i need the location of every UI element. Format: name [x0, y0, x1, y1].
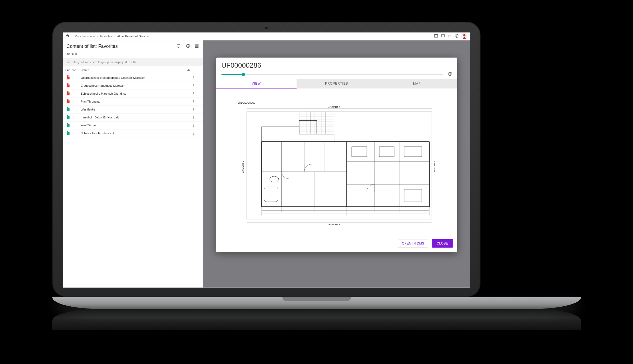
- svg-text:ANSICHT 2: ANSICHT 2: [328, 223, 340, 226]
- pdf-file-icon: [66, 91, 81, 96]
- row-actions-menu[interactable]: ⋮: [187, 123, 200, 127]
- layout-single-icon[interactable]: [441, 34, 445, 39]
- crumb-favorites[interactable]: Favorites: [100, 35, 112, 38]
- modal-title: UF00000286: [216, 57, 457, 71]
- group-drop-zone[interactable]: Drag columns here to group the displayed…: [63, 58, 203, 66]
- svg-text:ANSICHT 2: ANSICHT 2: [328, 106, 340, 108]
- document-file-icon: [66, 107, 81, 112]
- preview-modal: UF00000286 VIEW PROPERTIES MAP: [216, 57, 457, 252]
- svg-text:ANSICHT 3: ANSICHT 3: [433, 161, 436, 173]
- breadcrumb: ‹ Personal space › Favorites › Alpin Thu…: [66, 34, 431, 39]
- table-row[interactable]: Schloss Tirol Frontansicht⋮: [63, 129, 203, 137]
- col-actions[interactable]: Ac...: [187, 68, 200, 71]
- svg-rect-43: [264, 187, 278, 202]
- table-row[interactable]: Plan Thronsaal⋮: [63, 98, 203, 105]
- svg-rect-4: [195, 44, 198, 47]
- row-subject: Innenhof - Dekor für Hochzeit: [81, 116, 187, 119]
- svg-rect-3: [456, 35, 457, 35]
- svg-rect-2: [456, 35, 457, 37]
- version-slider[interactable]: [221, 74, 443, 75]
- list-panel: Content of list: Favorites Items: 8 Drag…: [63, 40, 203, 287]
- col-subject[interactable]: Betreff: [81, 68, 187, 71]
- svg-rect-8: [247, 112, 432, 219]
- row-actions-menu[interactable]: ⋮: [187, 99, 200, 104]
- row-subject: Erdgeschoss Haupthaus Maretsch: [81, 84, 187, 87]
- drawing-preview: ERDGESCHOSS ANSICHT 2 ANSICHT 2 ANSICHT …: [216, 88, 457, 236]
- items-count: Items: 8: [63, 51, 203, 58]
- row-actions-menu[interactable]: ⋮: [187, 131, 200, 135]
- table-row[interactable]: Obergeschoss Nebengebäude Gesindel Maret…: [63, 74, 203, 82]
- open-in-dms-button[interactable]: OPEN IN DMS: [398, 239, 428, 247]
- table-row[interactable]: Westflanke⋮: [63, 105, 203, 113]
- table-row[interactable]: Innenhof - Dekor für Hochzeit⋮: [63, 113, 203, 121]
- close-button[interactable]: CLOSE: [432, 239, 453, 247]
- svg-rect-50: [352, 147, 367, 157]
- row-subject: Westflanke: [81, 108, 187, 111]
- tab-view[interactable]: VIEW: [216, 79, 297, 88]
- col-file-icon[interactable]: File icon: [66, 68, 81, 71]
- row-actions-menu[interactable]: ⋮: [187, 84, 200, 88]
- history-icon[interactable]: [185, 43, 190, 49]
- chevron-left-icon[interactable]: ‹: [72, 35, 73, 38]
- svg-text:ANSICHT 3: ANSICHT 3: [241, 161, 244, 173]
- svg-rect-0: [441, 35, 445, 37]
- history-icon[interactable]: [447, 71, 452, 77]
- info-icon[interactable]: [455, 34, 459, 39]
- pdf-file-icon: [66, 83, 81, 88]
- popout-icon[interactable]: [448, 34, 452, 39]
- table-row[interactable]: Erdgeschoss Haupthaus Maretsch⋮: [63, 82, 203, 90]
- row-actions-menu[interactable]: ⋮: [187, 91, 200, 96]
- pdf-file-icon: [66, 75, 81, 80]
- document-file-icon: [66, 123, 81, 128]
- home-icon[interactable]: [66, 34, 70, 39]
- svg-point-44: [270, 176, 279, 182]
- crumb-personal-space[interactable]: Personal space: [75, 35, 95, 38]
- document-file-icon: [66, 131, 81, 136]
- avatar[interactable]: [461, 33, 467, 39]
- table-row[interactable]: zwei Türme⋮: [63, 121, 203, 129]
- svg-rect-51: [379, 147, 394, 157]
- row-subject: Plan Thronsaal: [81, 100, 187, 103]
- refresh-icon[interactable]: [176, 43, 181, 49]
- group-icon: [67, 60, 70, 64]
- pdf-file-icon: [66, 99, 81, 104]
- row-actions-menu[interactable]: ⋮: [187, 76, 200, 80]
- table-row[interactable]: Schlosskapelle Maretsch Grundriss⋮: [63, 90, 203, 98]
- row-subject: Obergeschoss Nebengebäude Gesindel Maret…: [81, 76, 187, 79]
- table-header: File icon Betreff Ac...: [63, 66, 203, 74]
- layout-split-icon[interactable]: [434, 34, 438, 39]
- row-actions-menu[interactable]: ⋮: [187, 107, 200, 112]
- page-title: Content of list: Favorites: [67, 44, 176, 49]
- content-backdrop: UF00000286 VIEW PROPERTIES MAP: [203, 40, 470, 287]
- row-actions-menu[interactable]: ⋮: [187, 115, 200, 119]
- row-subject: Schloss Tirol Frontansicht: [81, 132, 187, 135]
- tab-properties[interactable]: PROPERTIES: [297, 79, 377, 88]
- svg-rect-49: [404, 189, 422, 202]
- crumb-current: Alpin Thumbnail Service: [117, 35, 149, 38]
- row-subject: Schlosskapelle Maretsch Grundriss: [81, 92, 187, 95]
- row-subject: zwei Türme: [81, 124, 187, 127]
- columns-icon[interactable]: [194, 43, 199, 49]
- svg-text:ERDGESCHOSS: ERDGESCHOSS: [238, 102, 255, 104]
- tab-map[interactable]: MAP: [377, 79, 457, 88]
- document-file-icon: [66, 115, 81, 120]
- svg-rect-52: [404, 147, 422, 157]
